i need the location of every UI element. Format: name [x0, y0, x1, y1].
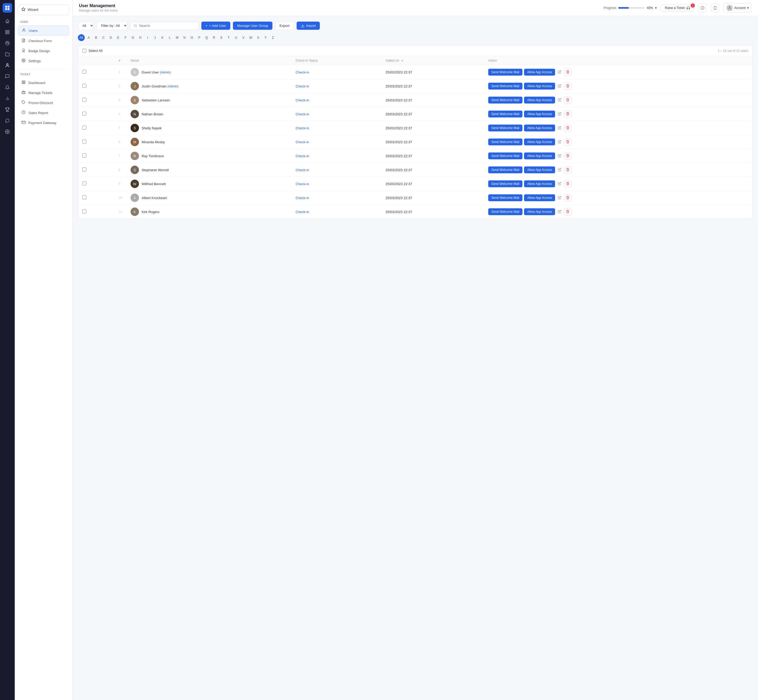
edit-user-button[interactable] [557, 111, 563, 117]
allow-app-access-button[interactable]: Allow App Access [524, 111, 555, 117]
row-checkbox[interactable] [83, 112, 86, 116]
checkin-link[interactable]: Check-in [296, 112, 309, 116]
checkin-link[interactable]: Check-in [296, 70, 309, 74]
send-welcome-mail-button[interactable]: Send Welcome Mail [488, 111, 523, 117]
delete-user-button[interactable] [564, 69, 571, 76]
alpha-w-btn[interactable]: W [247, 34, 254, 41]
col-added-on[interactable]: Added on ▼ [381, 56, 484, 65]
row-checkbox[interactable] [83, 70, 86, 74]
wizard-menu-item[interactable]: Wizard [18, 4, 69, 15]
alpha-s-btn[interactable]: S [218, 34, 225, 41]
delete-user-button[interactable] [564, 208, 571, 216]
send-welcome-mail-button[interactable]: Send Welcome Mail [488, 83, 523, 89]
alpha-m-btn[interactable]: M [174, 34, 181, 41]
send-welcome-mail-button[interactable]: Send Welcome Mail [488, 208, 523, 215]
checkin-link[interactable]: Check-in [296, 126, 309, 130]
search-input[interactable] [139, 24, 195, 28]
alpha-o-btn[interactable]: O [189, 34, 195, 41]
send-welcome-mail-button[interactable]: Send Welcome Mail [488, 166, 523, 173]
progress-dropdown-btn[interactable]: ▾ [655, 6, 657, 10]
filter-by-select[interactable]: Filter by : All [97, 21, 128, 30]
nav-bar-chart-icon[interactable] [3, 94, 12, 103]
row-checkbox[interactable] [83, 167, 86, 172]
nav-trophy-icon[interactable] [3, 105, 12, 114]
mobile-preview-button[interactable] [711, 4, 719, 12]
row-checkbox[interactable] [83, 153, 86, 158]
allow-app-access-button[interactable]: Allow App Access [524, 83, 555, 89]
allow-app-access-button[interactable]: Allow App Access [524, 97, 555, 103]
add-user-button[interactable]: + + Add User [201, 22, 230, 30]
allow-app-access-button[interactable]: Allow App Access [524, 125, 555, 131]
checkin-link[interactable]: Check-in [296, 168, 309, 172]
alpha-i-btn[interactable]: I [144, 34, 151, 41]
delete-user-button[interactable] [564, 194, 571, 202]
checkin-link[interactable]: Check-in [296, 140, 309, 144]
nav-settings-icon[interactable] [3, 127, 12, 136]
edit-user-button[interactable] [557, 139, 563, 145]
alpha-v-btn[interactable]: V [240, 34, 247, 41]
sidebar-item-users[interactable]: Users [18, 25, 69, 36]
delete-user-button[interactable] [564, 111, 571, 118]
sidebar-item-payment-gateway[interactable]: Payment Gateway [18, 118, 69, 128]
delete-user-button[interactable] [564, 166, 571, 173]
row-checkbox[interactable] [83, 195, 86, 199]
alpha-l-btn[interactable]: L [166, 34, 173, 41]
alpha-h-btn[interactable]: H [137, 34, 144, 41]
alpha-p-btn[interactable]: P [196, 34, 203, 41]
select-all-checkbox[interactable] [83, 49, 86, 53]
send-welcome-mail-button[interactable]: Send Welcome Mail [488, 139, 523, 145]
send-welcome-mail-button[interactable]: Send Welcome Mail [488, 153, 523, 159]
delete-user-button[interactable] [564, 153, 571, 159]
checkin-link[interactable]: Check-in [296, 154, 309, 158]
sidebar-item-dashboard[interactable]: Dashboard [18, 78, 69, 88]
sidebar-item-manage-tickets[interactable]: Manage Tickets [18, 88, 69, 97]
checkin-link[interactable]: Check-in [296, 182, 309, 186]
raise-ticket-button[interactable]: Raise a Ticket 1 [661, 4, 694, 12]
edit-user-button[interactable] [557, 181, 563, 187]
checkin-link[interactable]: Check-in [296, 196, 309, 200]
alpha-n-btn[interactable]: N [181, 34, 188, 41]
alpha-a-btn[interactable]: A [85, 34, 92, 41]
allow-app-access-button[interactable]: Allow App Access [524, 166, 555, 173]
row-checkbox[interactable] [83, 139, 86, 144]
alpha-t-btn[interactable]: T [225, 34, 232, 41]
info-button[interactable] [698, 4, 707, 12]
edit-user-button[interactable] [557, 209, 563, 215]
edit-user-button[interactable] [557, 125, 563, 131]
delete-user-button[interactable] [564, 125, 571, 132]
row-checkbox[interactable] [83, 209, 86, 213]
all-filter-select[interactable]: All [78, 21, 94, 30]
sidebar-item-promo-discount[interactable]: Promo-Discount [18, 98, 69, 108]
nav-home-icon[interactable] [3, 16, 12, 26]
select-all-label[interactable]: Select All [83, 49, 102, 53]
send-welcome-mail-button[interactable]: Send Welcome Mail [488, 180, 523, 187]
alpha-f-btn[interactable]: F [122, 34, 129, 41]
send-welcome-mail-button[interactable]: Send Welcome Mail [488, 97, 523, 103]
alpha-c-btn[interactable]: C [100, 34, 107, 41]
nav-chat-icon[interactable] [3, 72, 12, 81]
nav-palette-icon[interactable] [3, 39, 12, 48]
delete-user-button[interactable] [564, 139, 571, 145]
alpha-e-btn[interactable]: E [115, 34, 122, 41]
allow-app-access-button[interactable]: Allow App Access [524, 194, 555, 201]
alpha-q-btn[interactable]: Q [203, 34, 210, 41]
sidebar-item-sales-report[interactable]: Sales Report [18, 108, 69, 117]
alpha-u-btn[interactable]: U [233, 34, 240, 41]
alpha-d-btn[interactable]: D [108, 34, 114, 41]
row-checkbox[interactable] [83, 98, 86, 102]
send-welcome-mail-button[interactable]: Send Welcome Mail [488, 125, 523, 131]
export-button[interactable]: Export [275, 21, 294, 30]
edit-user-button[interactable] [557, 97, 563, 103]
edit-user-button[interactable] [557, 153, 563, 159]
row-checkbox[interactable] [83, 181, 86, 185]
nav-user-icon[interactable] [3, 61, 12, 70]
delete-user-button[interactable] [564, 83, 571, 90]
alpha-k-btn[interactable]: K [159, 34, 166, 41]
alpha-r-btn[interactable]: R [211, 34, 217, 41]
allow-app-access-button[interactable]: Allow App Access [524, 208, 555, 215]
sidebar-item-settings[interactable]: Settings [18, 56, 69, 66]
nav-message-icon[interactable] [3, 116, 12, 125]
checkin-link[interactable]: Check-in [296, 98, 309, 102]
manage-user-group-button[interactable]: Manage User Group [233, 22, 272, 30]
sidebar-item-badge-design[interactable]: Badge Design [18, 46, 69, 56]
